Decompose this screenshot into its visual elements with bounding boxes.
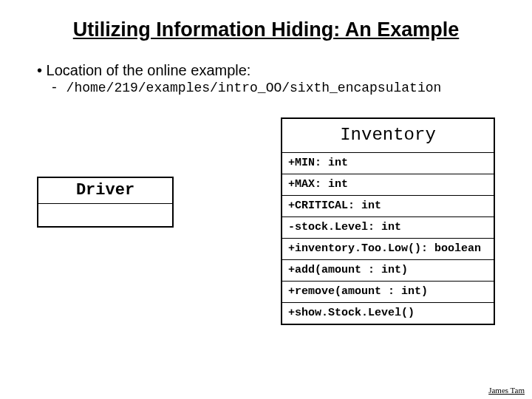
uml-inventory-row: +MIN: int xyxy=(282,153,494,174)
uml-class-inventory: Inventory +MIN: int +MAX: int +CRITICAL:… xyxy=(281,117,495,325)
example-path: - /home/219/examples/intro_OO/sixth_enca… xyxy=(50,81,495,95)
uml-inventory-row: +show.Stock.Level() xyxy=(282,303,494,324)
uml-inventory-row: +CRITICAL: int xyxy=(282,196,494,217)
uml-driver-name: Driver xyxy=(38,178,172,204)
uml-inventory-row: +inventory.Too.Low(): boolean xyxy=(282,239,494,260)
author-attribution: James Tam xyxy=(488,386,525,395)
uml-diagram: Driver Inventory +MIN: int +MAX: int +CR… xyxy=(37,117,495,383)
uml-inventory-name: Inventory xyxy=(282,119,494,153)
slide-title: Utilizing Information Hiding: An Example xyxy=(37,18,495,41)
uml-inventory-row: +add(amount : int) xyxy=(282,260,494,282)
uml-driver-body xyxy=(38,204,172,226)
uml-class-driver: Driver xyxy=(37,177,174,228)
bullet-location: • Location of the online example: xyxy=(37,62,495,79)
uml-inventory-row: +MAX: int xyxy=(282,174,494,196)
uml-inventory-row: -stock.Level: int xyxy=(282,217,494,239)
uml-inventory-row: +remove(amount : int) xyxy=(282,282,494,303)
